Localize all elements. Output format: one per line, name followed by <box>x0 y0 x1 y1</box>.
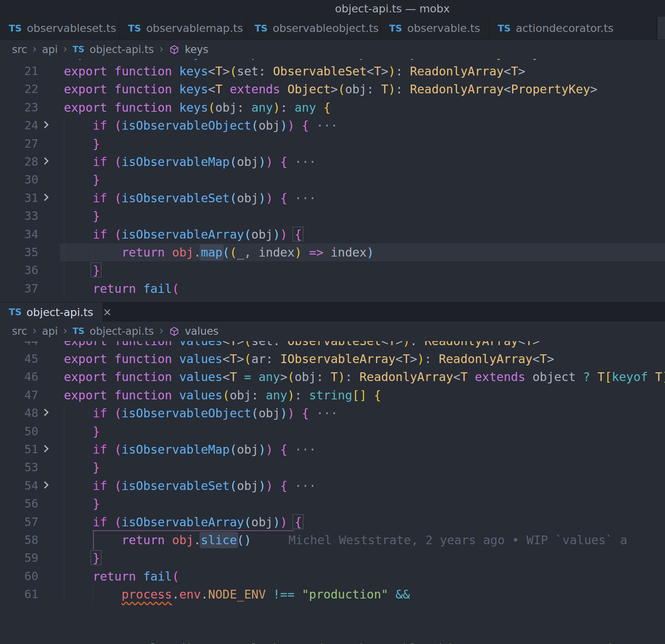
typescript-icon: TS <box>389 23 402 34</box>
code-text: } <box>64 458 100 476</box>
code-line[interactable]: 44export function values<T>(set: Observa… <box>0 341 665 350</box>
fold-chevron-icon[interactable] <box>41 194 48 201</box>
tab-observableset.ts[interactable]: TSobservableset.ts <box>0 17 119 40</box>
code-line[interactable]: 51 if (isObservableMap(obj)) { ··· <box>0 441 665 458</box>
partially-visible-tab[interactable] <box>657 17 665 40</box>
line-number: 37 <box>0 280 38 298</box>
breadcrumb-top: src › api › TS object-api.ts › keys <box>0 40 665 59</box>
code-text: } <box>64 549 100 567</box>
code-line[interactable]: 21export function keys<T>(set: Observabl… <box>0 62 665 80</box>
typescript-icon: TS <box>9 23 22 34</box>
code-line[interactable]: 30 } <box>0 171 665 189</box>
code-line[interactable]: 59 } <box>0 549 665 567</box>
line-number: 56 <box>0 495 38 513</box>
code-line[interactable]: 58 return obj.slice()Michel Weststrate, … <box>0 531 665 549</box>
code-line[interactable] <box>0 622 665 640</box>
line-number: 24 <box>0 117 38 134</box>
line-number: 44 <box>0 341 38 350</box>
breadcrumb-item-src[interactable]: src <box>12 43 27 55</box>
code-line[interactable]: 28 if (isObservableMap(obj)) { ··· <box>0 153 665 171</box>
line-number: 54 <box>0 477 38 495</box>
breadcrumb-item-file[interactable]: object-api.ts <box>90 325 154 337</box>
code-text: return fail( <box>64 280 179 298</box>
code-line[interactable]: "'values()' can only be used on observab… <box>0 640 665 644</box>
line-number: 57 <box>0 513 38 531</box>
line-number: 61 <box>0 585 38 603</box>
code-text: export function values<T = any>(obj: T):… <box>64 368 665 386</box>
code-line[interactable]: 50 } <box>0 423 665 441</box>
code-text: if (isObservableArray(obj)) { <box>64 225 302 243</box>
code-text: return obj.map((_, index) => index) <box>64 243 374 261</box>
code-text: } <box>64 135 100 153</box>
code-line[interactable]: 34 if (isObservableArray(obj)) { <box>0 225 665 243</box>
line-number: 60 <box>0 567 38 585</box>
git-blame-annotation: Michel Weststrate, 2 years ago • WIP `va… <box>251 533 627 547</box>
active-bracket-guide-horizontal <box>93 530 294 531</box>
breadcrumb-item-api[interactable]: api <box>42 43 58 55</box>
fold-chevron-icon[interactable] <box>41 445 48 452</box>
code-line[interactable]: 56 } <box>0 495 665 513</box>
fold-chevron-icon[interactable] <box>41 157 48 164</box>
code-line[interactable]: 33 } <box>0 207 665 225</box>
code-line[interactable]: 36 } <box>0 261 665 279</box>
tab-object-api[interactable]: TS object-api.ts × <box>0 302 103 322</box>
tab-observable.ts[interactable]: TSobservable.ts <box>380 17 489 40</box>
code-line[interactable]: 31 if (isObservableSet(obj)) { ··· <box>0 189 665 207</box>
typescript-icon: TS <box>128 23 141 34</box>
bottom-editor[interactable]: 44export function values<T>(set: Observa… <box>0 341 665 644</box>
code-line[interactable]: 47export function values(obj: any): stri… <box>0 386 665 404</box>
code-line[interactable]: 57 if (isObservableArray(obj)) { <box>0 513 665 531</box>
tab-observablemap.ts[interactable]: TSobservablemap.ts <box>119 17 246 40</box>
tab-actiondecorator.ts[interactable]: TSactiondecorator.ts <box>489 17 657 40</box>
code-line[interactable]: 60 return fail( <box>0 567 665 585</box>
breadcrumb-item-api[interactable]: api <box>42 325 58 337</box>
close-icon[interactable]: × <box>103 306 112 318</box>
breadcrumb-symbol-keys[interactable]: keys <box>185 43 208 55</box>
code-text: export function keys<T extends Object>(o… <box>64 80 598 98</box>
top-editor[interactable]: export function keys<K>(map: ObservableM… <box>0 59 665 302</box>
code-line[interactable]: 27 } <box>0 135 665 153</box>
line-number: 36 <box>0 261 38 279</box>
line-number: 48 <box>0 404 38 422</box>
code-line[interactable]: 22export function keys<T extends Object>… <box>0 80 665 98</box>
title-bar: object-api.ts — mobx <box>0 0 665 17</box>
code-line[interactable]: 46export function values<T = any>(obj: T… <box>0 368 665 386</box>
fold-chevron-icon[interactable] <box>41 121 48 128</box>
typescript-icon: TS <box>73 45 84 54</box>
line-number <box>0 640 38 644</box>
line-number: 21 <box>0 62 38 80</box>
code-line[interactable]: 54 if (isObservableSet(obj)) { ··· <box>0 477 665 495</box>
breadcrumb-bottom: src › api › TS object-api.ts › values <box>0 322 665 341</box>
code-line[interactable]: 61 process.env.NODE_ENV !== "production"… <box>0 585 665 603</box>
code-line[interactable]: export function keys<K>(map: ObservableM… <box>0 59 665 62</box>
chevron-right-icon: › <box>32 324 37 337</box>
line-number: 35 <box>0 243 38 261</box>
chevron-right-icon: › <box>63 42 67 55</box>
tab-observableobject.ts[interactable]: TSobservableobject.ts <box>246 17 380 40</box>
code-text: process.env.NODE_ENV !== "production" && <box>64 585 410 603</box>
breadcrumb-symbol-values[interactable]: values <box>185 325 219 337</box>
tab-label: observableobject.ts <box>273 22 379 34</box>
breadcrumb-item-src[interactable]: src <box>12 325 27 337</box>
fold-chevron-icon[interactable] <box>41 481 48 488</box>
code-line[interactable]: 35 return obj.map((_, index) => index) <box>0 243 665 261</box>
code-line[interactable] <box>0 603 665 621</box>
symbol-namespace-icon <box>169 44 180 55</box>
symbol-namespace-icon <box>169 326 180 337</box>
code-line[interactable]: 24 if (isObservableObject(obj)) { ··· <box>0 117 665 134</box>
code-line[interactable]: 53 } <box>0 458 665 476</box>
fold-chevron-icon[interactable] <box>41 409 48 416</box>
code-text: if (isObservableMap(obj)) { ··· <box>64 153 316 171</box>
tab-bar: TSobservableset.tsTSobservablemap.tsTSob… <box>0 17 665 40</box>
line-number: 50 <box>0 423 38 441</box>
code-line[interactable]: 23export function keys(obj: any): any { <box>0 99 665 117</box>
breadcrumb-item-file[interactable]: object-api.ts <box>90 43 154 55</box>
code-line[interactable]: 45export function values<T>(ar: IObserva… <box>0 350 665 368</box>
code-text: } <box>64 171 100 189</box>
line-number: 33 <box>0 207 38 225</box>
line-number: 53 <box>0 458 38 476</box>
code-line[interactable]: 48 if (isObservableObject(obj)) { ··· <box>0 404 665 422</box>
line-number <box>0 59 38 62</box>
code-line[interactable]: 37 return fail( <box>0 280 665 298</box>
code-text: export function values<T>(set: Observabl… <box>64 341 540 350</box>
